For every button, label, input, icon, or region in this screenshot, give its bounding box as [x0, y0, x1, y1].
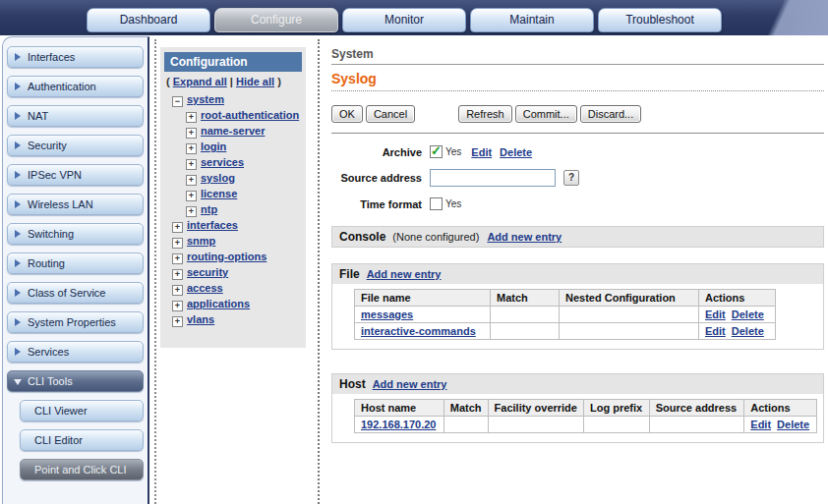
expand-icon[interactable]: + — [172, 269, 183, 280]
expand-all-link[interactable]: Expand all — [173, 76, 227, 87]
file-delete-link[interactable]: Delete — [732, 325, 764, 337]
file-cell — [560, 323, 699, 340]
console-add-new-entry-link[interactable]: Add new entry — [487, 231, 562, 243]
file-section: File Add new entry File nameMatchNested … — [331, 263, 824, 350]
sidebar-item-nat[interactable]: NAT — [7, 105, 144, 127]
config-tree-node-name-server: +name-server — [164, 123, 302, 139]
sidebar-item-interfaces[interactable]: Interfaces — [7, 46, 144, 68]
tree-link-syslog[interactable]: syslog — [201, 172, 235, 184]
expand-icon[interactable]: + — [172, 301, 183, 311]
expand-icon[interactable]: + — [186, 143, 197, 154]
host-header-match: Match — [444, 400, 488, 417]
expand-icon[interactable]: + — [186, 191, 197, 201]
tree-link-system[interactable]: system — [187, 93, 224, 105]
expand-icon[interactable]: + — [172, 285, 183, 296]
expand-icon[interactable]: + — [186, 206, 197, 217]
discard-button[interactable]: Discard... — [580, 105, 641, 123]
chevron-right-icon — [15, 171, 21, 179]
sidebar-subitem-cli-viewer[interactable]: CLI Viewer — [20, 400, 144, 421]
commit-button[interactable]: Commit... — [515, 105, 577, 123]
tree-link-license[interactable]: license — [201, 188, 237, 199]
tree-link-services[interactable]: services — [201, 156, 244, 168]
expand-icon[interactable]: + — [172, 316, 183, 327]
host-header-host-name: Host name — [355, 400, 444, 417]
console-section-title: Console — [339, 230, 385, 244]
expand-icon[interactable]: + — [172, 238, 183, 249]
host-cell — [444, 417, 488, 433]
sidebar-item-switching[interactable]: Switching — [7, 223, 144, 245]
sidebar-item-security[interactable]: Security — [7, 135, 144, 156]
sidebar-item-ipsec-vpn[interactable]: IPSec VPN — [7, 164, 144, 186]
collapse-icon[interactable]: − — [172, 96, 183, 107]
tree-link-ntp[interactable]: ntp — [201, 203, 217, 215]
cancel-button[interactable]: Cancel — [366, 105, 415, 123]
help-button[interactable]: ? — [563, 170, 579, 186]
expand-icon[interactable]: + — [172, 253, 183, 264]
file-entry-link[interactable]: interactive-commands — [361, 325, 476, 337]
host-header-log-prefix: Log prefix — [583, 400, 649, 417]
host-add-new-entry-link[interactable]: Add new entry — [373, 378, 447, 390]
tab-configure[interactable]: Configure — [214, 8, 338, 32]
tree-link-interfaces[interactable]: interfaces — [187, 219, 238, 231]
expand-icon[interactable]: + — [186, 175, 197, 186]
file-delete-link[interactable]: Delete — [732, 308, 764, 320]
sidebar-item-services[interactable]: Services — [7, 341, 144, 363]
source-address-input[interactable] — [430, 169, 556, 187]
time-format-label: Time format — [331, 198, 422, 210]
config-tree-node-security: +security — [164, 264, 302, 280]
file-name-cell: messages — [355, 307, 491, 323]
file-section-title: File — [339, 267, 360, 281]
config-tree-node-interfaces: +interfaces — [164, 217, 302, 233]
archive-edit-link[interactable]: Edit — [471, 146, 492, 158]
tree-link-security[interactable]: security — [187, 266, 228, 278]
archive-checkbox[interactable] — [430, 145, 443, 158]
sidebar-item-authentication[interactable]: Authentication — [7, 76, 144, 97]
tree-expand-controls: ( Expand all | Hide all ) — [166, 76, 302, 87]
tree-link-root-authentication[interactable]: root-authentication — [201, 109, 299, 121]
expand-icon[interactable]: + — [186, 112, 197, 123]
tree-link-applications[interactable]: applications — [187, 298, 250, 309]
expand-icon[interactable]: + — [186, 159, 197, 170]
host-delete-link[interactable]: Delete — [777, 419, 809, 430]
file-entry-link[interactable]: messages — [361, 308, 413, 320]
sidebar-subitem-cli-editor[interactable]: CLI Editor — [20, 429, 144, 451]
sidebar-item-cli-tools[interactable]: CLI Tools — [7, 370, 144, 392]
tab-maintain[interactable]: Maintain — [470, 8, 594, 32]
source-address-row: Source address ? — [331, 169, 824, 187]
expand-icon[interactable]: + — [186, 128, 197, 139]
sidebar-subitem-point-and-click-cli[interactable]: Point and Click CLI — [20, 459, 144, 480]
sidebar-item-wireless-lan[interactable]: Wireless LAN — [7, 194, 144, 215]
ok-button[interactable]: OK — [331, 105, 363, 123]
file-add-new-entry-link[interactable]: Add new entry — [367, 268, 442, 280]
refresh-button[interactable]: Refresh — [458, 105, 512, 123]
host-cell — [583, 417, 649, 433]
tree-link-access[interactable]: access — [187, 282, 223, 294]
expand-icon[interactable]: + — [172, 222, 183, 233]
tree-link-routing-options[interactable]: routing-options — [187, 251, 266, 262]
sidebar-item-class-of-service[interactable]: Class of Service — [7, 282, 144, 304]
file-section-body: File nameMatchNested ConfigurationAction… — [332, 284, 823, 349]
tree-link-login[interactable]: login — [201, 140, 226, 152]
chevron-right-icon — [15, 318, 21, 326]
tree-link-name-server[interactable]: name-server — [201, 125, 265, 137]
sidebar-item-routing[interactable]: Routing — [7, 252, 144, 274]
file-cell — [560, 307, 699, 323]
host-header-source-address: Source address — [649, 400, 744, 417]
config-tree-node-license: +license — [164, 186, 302, 201]
tree-link-snmp[interactable]: snmp — [187, 235, 215, 247]
tree-link-vlans[interactable]: vlans — [187, 313, 214, 325]
host-section-body: Host nameMatchFacility overrideLog prefi… — [332, 394, 823, 442]
archive-label: Archive — [331, 146, 422, 158]
archive-delete-link[interactable]: Delete — [500, 146, 532, 158]
tab-monitor[interactable]: Monitor — [342, 8, 466, 32]
tab-dashboard[interactable]: Dashboard — [87, 8, 210, 32]
tab-troubleshoot[interactable]: Troubleshoot — [598, 8, 722, 32]
hide-all-link[interactable]: Hide all — [236, 76, 274, 87]
file-edit-link[interactable]: Edit — [705, 308, 726, 320]
host-entry-link[interactable]: 192.168.170.20 — [361, 419, 436, 430]
sidebar-item-system-properties[interactable]: System Properties — [7, 311, 144, 333]
file-edit-link[interactable]: Edit — [705, 325, 726, 337]
host-edit-link[interactable]: Edit — [750, 419, 771, 430]
time-format-checkbox[interactable] — [430, 197, 443, 210]
file-header-file-name: File name — [355, 290, 491, 307]
